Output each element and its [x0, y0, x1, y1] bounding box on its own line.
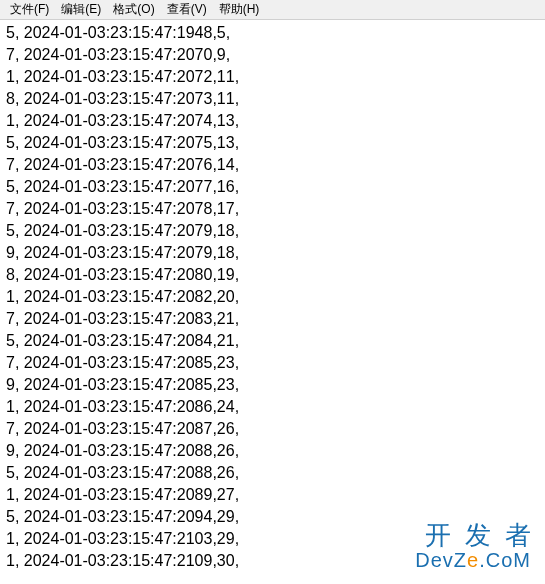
text-line: 9, 2024-01-03:23:15:47:2085,23,	[6, 374, 539, 396]
text-line: 5, 2024-01-03:23:15:47:2077,16,	[6, 176, 539, 198]
text-line: 8, 2024-01-03:23:15:47:2080,19,	[6, 264, 539, 286]
text-content[interactable]: 5, 2024-01-03:23:15:47:1948,5,7, 2024-01…	[0, 20, 545, 574]
menu-help[interactable]: 帮助(H)	[213, 1, 266, 18]
text-line: 9, 2024-01-03:23:15:47:2088,26,	[6, 440, 539, 462]
text-line: 9, 2024-01-03:23:15:47:2079,18,	[6, 242, 539, 264]
text-line: 5, 2024-01-03:23:15:47:2075,13,	[6, 132, 539, 154]
text-line: 1, 2024-01-03:23:15:47:2074,13,	[6, 110, 539, 132]
text-line: 5, 2024-01-03:23:15:47:1948,5,	[6, 22, 539, 44]
menubar: 文件(F) 编辑(E) 格式(O) 查看(V) 帮助(H)	[0, 0, 545, 20]
text-line: 1, 2024-01-03:23:15:47:2082,20,	[6, 286, 539, 308]
text-line: 5, 2024-01-03:23:15:47:2094,29,	[6, 506, 539, 528]
menu-format[interactable]: 格式(O)	[107, 1, 160, 18]
text-line: 1, 2024-01-03:23:15:47:2109,30,	[6, 550, 539, 572]
text-line: 7, 2024-01-03:23:15:47:2078,17,	[6, 198, 539, 220]
text-line: 1, 2024-01-03:23:15:47:2086,24,	[6, 396, 539, 418]
menu-file[interactable]: 文件(F)	[4, 1, 55, 18]
text-line: 7, 2024-01-03:23:15:47:2076,14,	[6, 154, 539, 176]
text-line: 7, 2024-01-03:23:15:47:2070,9,	[6, 44, 539, 66]
text-line: 7, 2024-01-03:23:15:47:2083,21,	[6, 308, 539, 330]
text-line: 5, 2024-01-03:23:15:47:2079,18,	[6, 220, 539, 242]
text-line: 1, 2024-01-03:23:15:47:2103,29,	[6, 528, 539, 550]
text-line: 5, 2024-01-03:23:15:47:2088,26,	[6, 462, 539, 484]
text-line: 1, 2024-01-03:23:15:47:2089,27,	[6, 484, 539, 506]
text-line: 8, 2024-01-03:23:15:47:2073,11,	[6, 88, 539, 110]
text-line: 7, 2024-01-03:23:15:47:2085,23,	[6, 352, 539, 374]
menu-edit[interactable]: 编辑(E)	[55, 1, 107, 18]
text-line: 5, 2024-01-03:23:15:47:2084,21,	[6, 330, 539, 352]
menu-view[interactable]: 查看(V)	[161, 1, 213, 18]
text-line: 1, 2024-01-03:23:15:47:2072,11,	[6, 66, 539, 88]
text-line: 7, 2024-01-03:23:15:47:2087,26,	[6, 418, 539, 440]
